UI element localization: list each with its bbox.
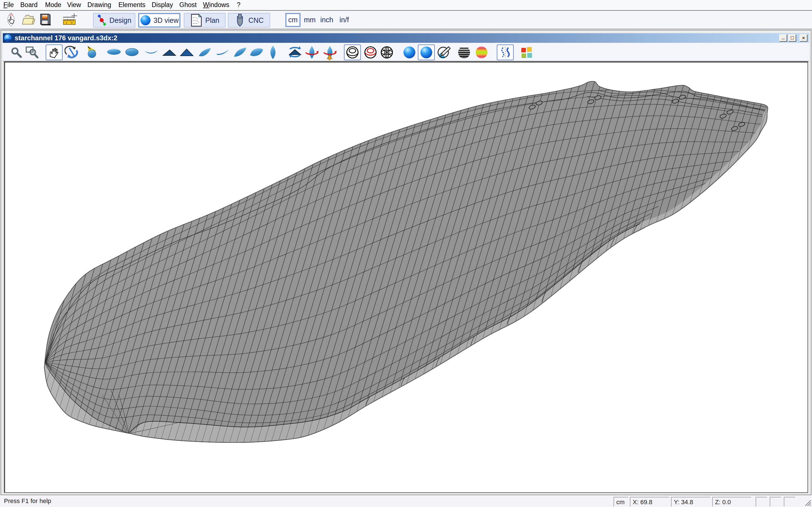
- svg-text:0: 0: [71, 21, 72, 24]
- svg-text:1: 1: [65, 21, 67, 24]
